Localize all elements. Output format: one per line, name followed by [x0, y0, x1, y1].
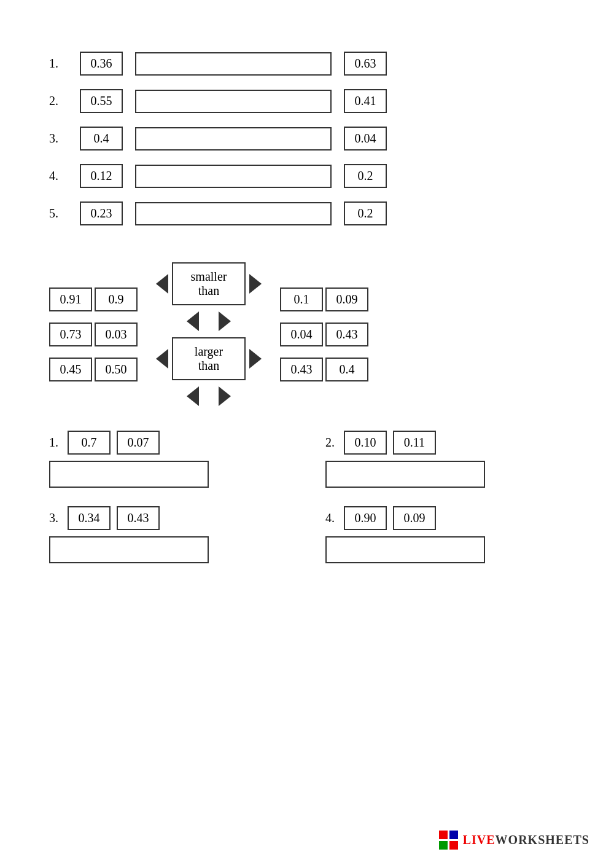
b-label-smaller: smallerthan: [172, 262, 246, 305]
logo-sq-blue: [449, 831, 458, 839]
left-value-3: 0.4: [80, 127, 123, 151]
b-arrow-row-1: smallerthan: [156, 262, 262, 305]
answer-box-c-2[interactable]: [325, 461, 485, 488]
row-num-5: 5.: [49, 206, 68, 221]
left-value-4: 0.12: [80, 164, 123, 188]
left-value-1: 0.36: [80, 52, 123, 76]
answer-box-c-3[interactable]: [49, 536, 209, 563]
right-value-5: 0.2: [344, 201, 387, 225]
c-left-4: 0.90: [344, 506, 387, 530]
c-left-1: 0.7: [68, 431, 111, 455]
arrow-left-4: [187, 386, 199, 406]
answer-box-a-2[interactable]: [135, 90, 332, 113]
c-left-2: 0.10: [344, 431, 387, 455]
b-right-val1-1: 0.1: [280, 287, 323, 311]
logo-squares: [439, 831, 458, 850]
arrow-left-3: [156, 349, 168, 369]
arrow-left-2: [187, 311, 199, 331]
section-c-grid: 1. 0.7 0.07 2. 0.10 0.11 3. 0.34 0.43 4.…: [49, 431, 565, 563]
c-right-1: 0.07: [117, 431, 160, 455]
b-left-val1-2: 0.73: [49, 323, 92, 346]
arrow-right-3: [219, 311, 231, 331]
c-num-4: 4.: [325, 511, 338, 525]
section-a-row-3: 3. 0.4 0.04: [49, 127, 565, 151]
logo-sq-red1: [439, 831, 448, 839]
b-right-val2-3: 0.4: [325, 358, 368, 381]
row-num-1: 1.: [49, 57, 68, 71]
b-right-pair-2: 0.04 0.43: [280, 323, 368, 346]
logo-sq-green: [439, 841, 448, 850]
arrow-left-1: [156, 274, 168, 294]
section-c-item-2: 2. 0.10 0.11: [325, 431, 565, 488]
b-left-val2-2: 0.03: [95, 323, 138, 346]
b-left-pair-2: 0.73 0.03: [49, 323, 138, 346]
b-right-pair-3: 0.43 0.4: [280, 358, 368, 381]
answer-box-a-3[interactable]: [135, 127, 332, 151]
right-value-3: 0.04: [344, 127, 387, 151]
c-right-2: 0.11: [393, 431, 436, 455]
answer-box-c-1[interactable]: [49, 461, 209, 488]
section-c-item-3: 3. 0.34 0.43: [49, 506, 289, 563]
arrow-right-4: [219, 386, 231, 406]
section-c: 1. 0.7 0.07 2. 0.10 0.11 3. 0.34 0.43 4.…: [49, 431, 565, 563]
section-a-rows: 1. 0.36 0.63 2. 0.55 0.41 3. 0.4 0.04 4.…: [49, 52, 565, 225]
answer-box-a-5[interactable]: [135, 202, 332, 225]
right-value-4: 0.2: [344, 164, 387, 188]
right-value-1: 0.63: [344, 52, 387, 76]
section-b-content: 0.91 0.9 0.73 0.03 0.45 0.50 smallerthan…: [49, 262, 565, 406]
b-arrow-row-4: [187, 386, 231, 406]
c-header-4: 4. 0.90 0.09: [325, 506, 565, 530]
logo-area: LIVEWORKSHEETS: [439, 831, 589, 850]
b-right-val1-3: 0.43: [280, 358, 323, 381]
section-a-row-5: 5. 0.23 0.2: [49, 201, 565, 225]
b-right-val2-1: 0.09: [325, 287, 368, 311]
b-arrow-row-2: [187, 311, 231, 331]
logo-text: LIVEWORKSHEETS: [463, 833, 589, 847]
right-value-2: 0.41: [344, 89, 387, 113]
section-a-row-1: 1. 0.36 0.63: [49, 52, 565, 76]
section-c-item-1: 1. 0.7 0.07: [49, 431, 289, 488]
b-left-pair-3: 0.45 0.50: [49, 358, 138, 381]
b-left-pair-1: 0.91 0.9: [49, 287, 138, 311]
row-num-4: 4.: [49, 169, 68, 183]
b-left-val1-1: 0.91: [49, 287, 92, 311]
b-right-val2-2: 0.43: [325, 323, 368, 346]
b-left-val1-3: 0.45: [49, 358, 92, 381]
row-num-3: 3.: [49, 131, 68, 146]
logo-worksheets: WORKSHEETS: [495, 833, 589, 846]
b-left-pairs: 0.91 0.9 0.73 0.03 0.45 0.50: [49, 287, 138, 381]
c-num-1: 1.: [49, 436, 61, 450]
c-right-3: 0.43: [117, 506, 160, 530]
logo-sq-red2: [449, 841, 458, 850]
c-num-2: 2.: [325, 436, 338, 450]
c-left-3: 0.34: [68, 506, 111, 530]
b-right-pair-1: 0.1 0.09: [280, 287, 368, 311]
b-left-val2-3: 0.50: [95, 358, 138, 381]
c-header-2: 2. 0.10 0.11: [325, 431, 565, 455]
b-right-val1-2: 0.04: [280, 323, 323, 346]
b-center: smallerthan largerthan: [156, 262, 262, 406]
section-b: 0.91 0.9 0.73 0.03 0.45 0.50 smallerthan…: [49, 250, 565, 406]
c-right-4: 0.09: [393, 506, 436, 530]
b-arrow-row-3: largerthan: [156, 337, 262, 380]
c-num-3: 3.: [49, 511, 61, 525]
section-c-item-4: 4. 0.90 0.09: [325, 506, 565, 563]
b-right-pairs: 0.1 0.09 0.04 0.43 0.43 0.4: [280, 287, 368, 381]
c-header-1: 1. 0.7 0.07: [49, 431, 289, 455]
b-left-val2-1: 0.9: [95, 287, 138, 311]
section-a-row-4: 4. 0.12 0.2: [49, 164, 565, 188]
arrow-right-2: [249, 349, 262, 369]
section-a: 1. 0.36 0.63 2. 0.55 0.41 3. 0.4 0.04 4.…: [49, 52, 565, 225]
arrow-right-1: [249, 274, 262, 294]
c-header-3: 3. 0.34 0.43: [49, 506, 289, 530]
left-value-2: 0.55: [80, 89, 123, 113]
answer-box-a-1[interactable]: [135, 52, 332, 76]
b-label-larger: largerthan: [172, 337, 246, 380]
section-a-row-2: 2. 0.55 0.41: [49, 89, 565, 113]
logo-live: LIVE: [463, 833, 495, 846]
left-value-5: 0.23: [80, 201, 123, 225]
answer-box-a-4[interactable]: [135, 165, 332, 188]
row-num-2: 2.: [49, 94, 68, 108]
answer-box-c-4[interactable]: [325, 536, 485, 563]
